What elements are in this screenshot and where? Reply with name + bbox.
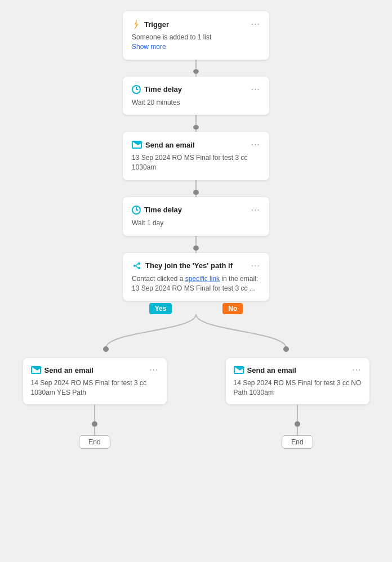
conditional-title-row: They join the 'Yes' path if — [132, 261, 233, 271]
specific-link-text: specific link — [185, 275, 220, 283]
dot-4 — [193, 246, 199, 251]
vline-yes2 — [94, 427, 95, 435]
time-delay-1-card: Time delay ··· Wait 20 minutes — [123, 77, 269, 115]
trigger-icon — [132, 19, 141, 29]
svg-point-1 — [133, 265, 136, 267]
trigger-description: Someone is added to 1 list — [132, 33, 211, 41]
email-icon-no — [234, 366, 244, 374]
send-email-yes-body: 14 Sep 2024 RO MS Final for test 3 cc 10… — [31, 378, 159, 398]
trigger-body: Someone is added to 1 list Show more — [132, 33, 260, 52]
time-delay-1-description: Wait 20 minutes — [132, 99, 180, 106]
conditional-body: Contact clicked a specific link in the e… — [132, 274, 260, 293]
split-icon — [132, 261, 142, 271]
no-branch: Send an email ··· 14 Sep 2024 RO MS Fina… — [219, 358, 376, 449]
connector-3 — [193, 180, 199, 197]
conditional-title: They join the 'Yes' path if — [145, 261, 233, 270]
email-icon-yes — [31, 366, 41, 374]
send-email-1-menu[interactable]: ··· — [251, 140, 260, 150]
send-email-yes-title-row: Send an email — [31, 366, 93, 374]
trigger-title: Trigger — [144, 20, 169, 29]
conditional-header: They join the 'Yes' path if ··· — [132, 261, 260, 271]
time-delay-1-header: Time delay ··· — [132, 84, 260, 95]
yes-branch: Send an email ··· 14 Sep 2024 RO MS Fina… — [16, 358, 173, 449]
time-delay-2-description: Wait 1 day — [132, 219, 163, 227]
send-email-no-menu[interactable]: ··· — [352, 365, 361, 375]
clock-icon-1 — [132, 85, 141, 94]
branches: Send an email ··· 14 Sep 2024 RO MS Fina… — [16, 358, 376, 449]
send-email-1-description: 13 Sep 2024 RO MS Final for test 3 cc 10… — [132, 154, 247, 171]
trigger-card-header: Trigger ··· — [132, 19, 260, 29]
connector-1 — [193, 60, 199, 77]
vline-2 — [195, 115, 197, 124]
conditional-menu[interactable]: ··· — [251, 261, 260, 271]
time-delay-2-title: Time delay — [144, 206, 182, 214]
vline-yes — [94, 404, 95, 421]
send-email-yes-header: Send an email ··· — [31, 365, 159, 375]
time-delay-1-body: Wait 20 minutes — [132, 98, 260, 108]
dot-no — [295, 421, 300, 427]
time-delay-1-menu[interactable]: ··· — [251, 84, 260, 95]
svg-point-7 — [283, 346, 289, 352]
send-email-1-card: Send an email ··· 13 Sep 2024 RO MS Fina… — [123, 132, 269, 180]
connector-4 — [193, 236, 199, 253]
send-email-yes-menu[interactable]: ··· — [149, 365, 158, 375]
dot-2 — [193, 125, 199, 130]
flow-container: Trigger ··· Someone is added to 1 list S… — [0, 0, 392, 471]
branches-wrapper: Send an email ··· 14 Sep 2024 RO MS Fina… — [16, 314, 376, 449]
end-yes: End — [79, 435, 110, 449]
vline-no — [297, 404, 298, 421]
yes-badge[interactable]: Yes — [149, 303, 172, 314]
yes-no-badges: Yes No — [149, 303, 243, 314]
send-email-no-header: Send an email ··· — [234, 365, 362, 375]
svg-marker-0 — [134, 19, 139, 30]
time-delay-1-title: Time delay — [144, 85, 182, 93]
trigger-card: Trigger ··· Someone is added to 1 list S… — [123, 11, 269, 60]
vline-1b — [195, 74, 197, 76]
trigger-show-more[interactable]: Show more — [132, 43, 166, 51]
no-badge[interactable]: No — [222, 303, 243, 314]
send-email-no-title: Send an email — [247, 366, 296, 374]
dot-3 — [193, 190, 199, 195]
time-delay-2-header: Time delay ··· — [132, 205, 260, 215]
svg-line-4 — [136, 264, 138, 266]
time-delay-2-title-row: Time delay — [132, 206, 182, 215]
send-email-yes-description: 14 Sep 2024 RO MS Final for test 3 cc 10… — [31, 379, 146, 396]
send-email-1-title-row: Send an email — [132, 141, 194, 149]
time-delay-2-menu[interactable]: ··· — [251, 205, 260, 215]
email-icon-1 — [132, 141, 142, 149]
svg-point-3 — [138, 267, 140, 269]
dot-yes — [92, 421, 97, 427]
time-delay-2-card: Time delay ··· Wait 1 day — [123, 197, 269, 236]
send-email-no-card: Send an email ··· 14 Sep 2024 RO MS Fina… — [226, 358, 369, 404]
send-email-1-title: Send an email — [145, 141, 194, 149]
send-email-1-body: 13 Sep 2024 RO MS Final for test 3 cc 10… — [132, 153, 260, 172]
branch-curves-svg — [16, 314, 376, 359]
trigger-title-row: Trigger — [132, 19, 169, 29]
send-email-no-body: 14 Sep 2024 RO MS Final for test 3 cc NO… — [234, 378, 362, 398]
dot-1 — [193, 69, 199, 74]
vline-3 — [195, 180, 197, 190]
time-delay-1-title-row: Time delay — [132, 85, 182, 94]
vline-no2 — [297, 427, 298, 435]
send-email-yes-card: Send an email ··· 14 Sep 2024 RO MS Fina… — [23, 358, 167, 404]
connector-2 — [193, 115, 199, 132]
clock-icon-2 — [132, 206, 141, 215]
conditional-card: They join the 'Yes' path if ··· Contact … — [123, 253, 269, 301]
vline-1 — [195, 60, 197, 69]
svg-point-6 — [103, 346, 109, 352]
send-email-yes-title: Send an email — [44, 366, 93, 374]
vline-4 — [195, 236, 197, 246]
end-no: End — [282, 435, 313, 449]
send-email-no-title-row: Send an email — [234, 366, 296, 374]
send-email-1-header: Send an email ··· — [132, 140, 260, 150]
send-email-no-description: 14 Sep 2024 RO MS Final for test 3 cc NO… — [234, 379, 362, 396]
time-delay-2-body: Wait 1 day — [132, 218, 260, 228]
svg-line-5 — [136, 266, 138, 268]
svg-point-2 — [138, 262, 140, 265]
trigger-menu[interactable]: ··· — [251, 19, 260, 29]
